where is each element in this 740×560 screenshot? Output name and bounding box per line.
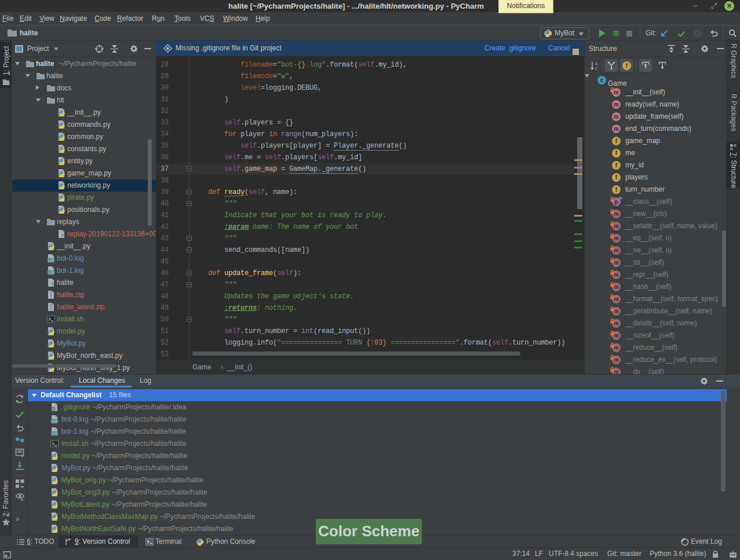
svg-text:z: z [595,66,597,70]
svg-text:LOG: LOG [51,419,58,423]
svg-text:LOG: LOG [48,270,54,274]
svg-text:?: ? [61,233,64,239]
svg-text:LOG: LOG [48,258,54,262]
svg-text:?: ? [50,281,54,287]
svg-text:a: a [595,61,597,65]
svg-text:LOG: LOG [51,431,58,435]
